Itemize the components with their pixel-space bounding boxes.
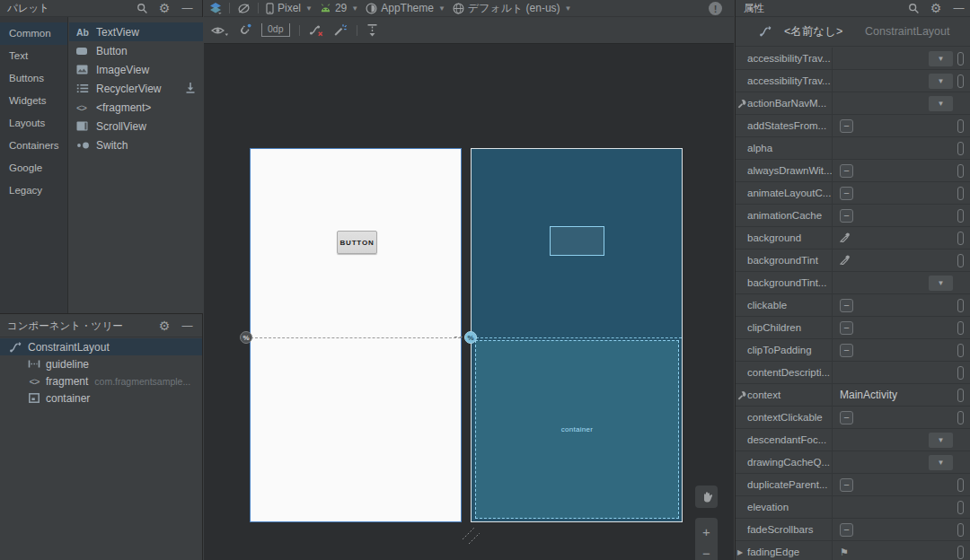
flag-toggle[interactable] [957,546,964,559]
palette-item-textview[interactable]: AbTextView [69,22,203,41]
attribute-value[interactable]: MainActivity [840,389,897,401]
dropdown-button[interactable]: ▼ [929,433,953,448]
flag-toggle[interactable] [957,321,964,335]
default-margin-field[interactable]: 0dp [261,23,290,37]
dropdown-button[interactable]: ▼ [929,51,953,66]
button-widget[interactable]: BUTTON [337,231,377,254]
palette-category-legacy[interactable]: Legacy [0,179,67,202]
view-options-icon[interactable] [211,24,229,37]
checkbox-indeterminate[interactable]: − [840,478,853,492]
flag-toggle[interactable] [957,366,964,380]
palette-item-fragment[interactable]: <><fragment> [69,98,203,117]
guideline-percent-badge-blueprint[interactable]: % [464,331,477,344]
checkbox-indeterminate[interactable]: − [840,299,853,312]
palette-category-buttons[interactable]: Buttons [0,67,67,90]
checkbox-indeterminate[interactable]: − [840,321,853,335]
flag-toggle[interactable] [957,411,964,424]
minimize-icon[interactable]: — [952,2,965,14]
flag-toggle[interactable] [957,74,964,88]
expand-arrow-icon[interactable]: ▶ [737,548,743,556]
search-icon[interactable] [907,2,920,14]
flag-toggle[interactable] [957,389,964,402]
attribute-value-cell[interactable]: − [833,407,970,428]
flag-toggle[interactable] [957,478,964,492]
zoom-in-button[interactable]: + [695,521,718,542]
palette-item-recyclerview[interactable]: RecyclerView [69,79,203,98]
attribute-value-cell[interactable]: − [833,294,970,316]
gear-icon[interactable]: ⚙ [930,2,942,14]
search-icon[interactable] [136,2,148,14]
attribute-value-cell[interactable]: MainActivity [833,384,970,406]
dropdown-button[interactable]: ▼ [929,276,953,291]
checkbox-indeterminate[interactable]: − [840,164,853,178]
attribute-value-cell[interactable]: ▼ [833,70,970,92]
flag-toggle[interactable] [957,119,964,133]
attribute-value-cell[interactable]: − [833,317,970,338]
api-selector[interactable]: 29 ▼ [320,2,358,14]
attribute-value-cell[interactable]: − [833,160,970,181]
palette-category-google[interactable]: Google [0,157,67,179]
tree-item-container[interactable]: container [0,389,202,407]
minimize-icon[interactable]: — [181,319,193,332]
palette-item-imageview[interactable]: ImageView [69,60,203,79]
attribute-value-cell[interactable]: − [833,519,970,540]
checkbox-indeterminate[interactable]: − [840,411,853,424]
attribute-value-cell[interactable]: ▼ [833,429,970,451]
autoconnect-icon[interactable] [238,23,252,37]
flag-toggle[interactable] [957,344,964,357]
horizontal-guideline-blueprint[interactable] [472,337,682,338]
attribute-value-cell[interactable]: − [833,339,970,361]
palette-category-text[interactable]: Text [0,45,67,67]
palette-category-common[interactable]: Common [0,22,67,45]
attribute-value-cell[interactable]: − [833,474,970,495]
palette-category-layouts[interactable]: Layouts [0,112,67,135]
flag-toggle[interactable] [957,187,964,200]
flag-toggle[interactable] [957,523,964,537]
checkbox-indeterminate[interactable]: − [840,119,853,133]
design-mode-icon[interactable] [209,3,222,14]
tree-item-constraintlayout[interactable]: ConstraintLayout [0,338,202,355]
color-picker-icon[interactable] [840,231,851,245]
attribute-value-cell[interactable]: − [833,182,970,204]
tree-item-fragment[interactable]: <>fragmentcom.fragmentsample... [0,372,202,389]
checkbox-indeterminate[interactable]: − [840,209,853,223]
palette-item-scrollview[interactable]: ScrollView [69,117,203,136]
gear-icon[interactable]: ⚙ [158,2,171,14]
attribute-value-cell[interactable] [833,249,970,271]
blueprint-view[interactable]: container [471,148,683,522]
attribute-value-cell[interactable] [833,362,970,383]
color-picker-icon[interactable] [840,253,851,267]
dropdown-button[interactable]: ▼ [929,455,953,470]
design-view[interactable]: BUTTON [250,148,462,522]
attribute-value-cell[interactable] [833,137,970,159]
attribute-value-cell[interactable]: ▼ [833,451,970,473]
error-indicator-icon[interactable]: ! [709,2,722,15]
infer-constraints-icon[interactable] [333,23,348,37]
tree-item-guideline[interactable]: guideline [0,355,202,372]
theme-selector[interactable]: AppTheme ▼ [366,2,445,14]
flag-icon[interactable]: ⚑ [840,547,849,557]
design-canvas[interactable]: BUTTON container % % + − [204,45,734,560]
container-fragment-blueprint[interactable]: container [475,340,679,519]
pack-align-icon[interactable] [366,23,378,38]
dropdown-button[interactable]: ▼ [929,74,953,89]
flag-toggle[interactable] [957,164,964,178]
attribute-value-cell[interactable]: ▼ [833,92,970,114]
palette-category-containers[interactable]: Containers [0,135,67,157]
device-selector[interactable]: Pixel ▼ [266,2,313,14]
flag-toggle[interactable] [957,501,964,514]
attribute-value-cell[interactable] [833,227,970,249]
horizontal-guideline[interactable] [251,337,461,338]
flag-toggle[interactable] [957,254,964,267]
attribute-value-cell[interactable]: ⚑ [833,541,970,560]
gear-icon[interactable]: ⚙ [158,319,171,332]
palette-item-button[interactable]: Button [69,41,203,60]
attribute-value-cell[interactable] [833,496,970,518]
attribute-value-cell[interactable]: − [833,205,970,226]
palette-category-widgets[interactable]: Widgets [0,90,67,112]
canvas-resize-handle[interactable] [461,526,481,548]
checkbox-indeterminate[interactable]: − [840,187,853,200]
guideline-percent-badge[interactable]: % [240,331,252,344]
download-icon[interactable] [185,82,196,96]
attribute-value-cell[interactable]: − [833,115,970,136]
